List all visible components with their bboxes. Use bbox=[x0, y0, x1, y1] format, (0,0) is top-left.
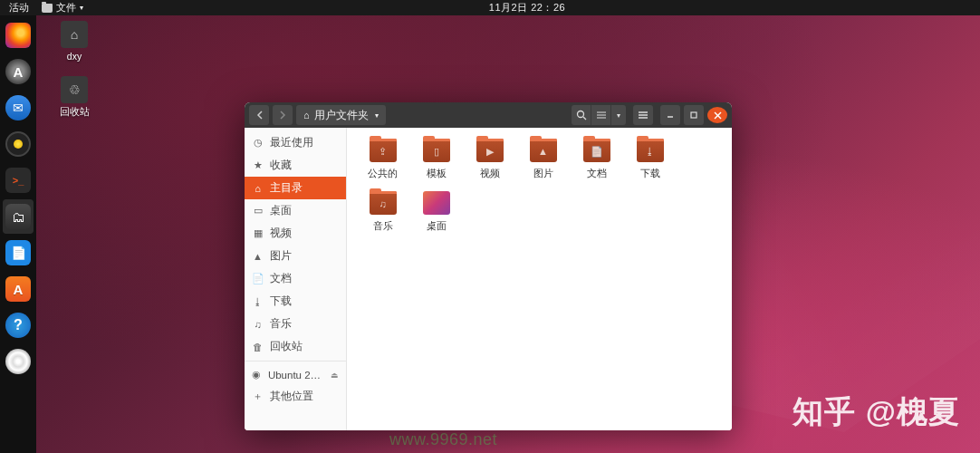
desktop-item-label: 回收站 bbox=[60, 106, 90, 119]
folder-icon: ♫ bbox=[370, 191, 397, 215]
folder-icon: ▶ bbox=[476, 139, 504, 162]
chevron-down-icon: ▾ bbox=[375, 111, 379, 120]
libreoffice-writer-icon bbox=[5, 240, 31, 265]
sidebar-item-label: 回收站 bbox=[270, 340, 303, 353]
sidebar-item-icon: ▲ bbox=[252, 251, 264, 262]
sidebar-item-icon: 📄 bbox=[252, 273, 264, 284]
watermark-credit: 知乎 @槐夏 bbox=[793, 391, 960, 433]
activities-button[interactable]: 活动 bbox=[9, 1, 29, 14]
sidebar-item-7[interactable]: ⭳下载 bbox=[245, 290, 346, 313]
sidebar: ◷最近使用★收藏⌂主目录▭桌面▦视频▲图片📄文档⭳下载♫音乐🗑回收站◉Ubunt… bbox=[245, 128, 347, 430]
titlebar[interactable]: ⌂ 用户文件夹 ▾ ▾ bbox=[245, 102, 732, 128]
dock-item-firefox[interactable] bbox=[3, 18, 34, 53]
svg-point-0 bbox=[577, 111, 583, 118]
hamburger-menu-button[interactable] bbox=[633, 105, 653, 125]
folder-item-2[interactable]: ▶视频 bbox=[465, 133, 514, 182]
clock[interactable]: 11月2日 22：26 bbox=[489, 1, 565, 14]
desktop-item-icon: ⌂ bbox=[61, 21, 88, 48]
desktop-icons: ⌂dxy♲回收站 bbox=[52, 21, 97, 119]
disc-icon bbox=[5, 349, 31, 374]
search-button[interactable] bbox=[572, 105, 591, 125]
folder-item-0[interactable]: ⇪公共的 bbox=[358, 133, 408, 182]
sidebar-item-11[interactable]: ◉Ubuntu 20.0…⏏ bbox=[245, 364, 346, 385]
sidebar-item-8[interactable]: ♫音乐 bbox=[245, 313, 346, 335]
folder-icon bbox=[42, 4, 53, 13]
sidebar-item-1[interactable]: ★收藏 bbox=[245, 154, 346, 177]
dock-item-thunderbird[interactable] bbox=[3, 91, 34, 125]
close-button[interactable] bbox=[707, 107, 727, 123]
sidebar-item-9[interactable]: 🗑回收站 bbox=[245, 335, 346, 358]
back-button[interactable] bbox=[249, 105, 269, 125]
desktop-item-icon: ♲ bbox=[61, 76, 88, 103]
sidebar-item-icon: ★ bbox=[252, 159, 264, 171]
dock-item-ubuntu-software[interactable] bbox=[3, 272, 34, 306]
dock-item-libreoffice-writer[interactable] bbox=[3, 236, 34, 270]
sidebar-item-label: 图片 bbox=[270, 249, 292, 263]
folder-label: 音乐 bbox=[373, 219, 393, 233]
folder-icon: 📄 bbox=[583, 139, 610, 162]
list-icon bbox=[596, 111, 607, 120]
eject-icon[interactable]: ⏏ bbox=[331, 371, 339, 380]
folder-item-1[interactable]: ▯模板 bbox=[411, 133, 461, 182]
search-icon bbox=[576, 110, 587, 120]
sidebar-item-icon: ♫ bbox=[252, 319, 264, 330]
sidebar-item-label: 收藏 bbox=[270, 159, 292, 172]
files-icon bbox=[5, 204, 31, 229]
folder-icon: ⇪ bbox=[370, 139, 397, 162]
sidebar-item-4[interactable]: ▦视频 bbox=[245, 222, 346, 245]
sidebar-item-3[interactable]: ▭桌面 bbox=[245, 199, 346, 222]
folder-icon: ⭳ bbox=[637, 139, 664, 162]
folder-item-6[interactable]: ♫音乐 bbox=[358, 186, 408, 235]
maximize-button[interactable] bbox=[684, 105, 704, 125]
folder-icon: ▯ bbox=[423, 139, 450, 162]
svg-line-1 bbox=[583, 117, 586, 120]
desktop-item-1[interactable]: ♲回收站 bbox=[52, 76, 97, 119]
desktop-item-label: dxy bbox=[67, 51, 82, 62]
desktop-thumb-icon bbox=[423, 191, 450, 215]
minimize-button[interactable] bbox=[660, 105, 680, 125]
dock-item-files[interactable] bbox=[3, 199, 34, 234]
view-dropdown-button[interactable]: ▾ bbox=[611, 105, 626, 125]
terminal-icon bbox=[5, 168, 31, 193]
folder-label: 下载 bbox=[640, 167, 660, 180]
dock-item-rhythmbox[interactable] bbox=[3, 127, 34, 161]
hamburger-icon bbox=[638, 111, 649, 120]
folder-item-3[interactable]: ▲图片 bbox=[518, 133, 568, 182]
desktop-item-0[interactable]: ⌂dxy bbox=[52, 21, 97, 62]
folder-item-4[interactable]: 📄文档 bbox=[572, 133, 621, 182]
sidebar-item-6[interactable]: 📄文档 bbox=[245, 267, 346, 290]
sidebar-item-icon: ▦ bbox=[252, 227, 264, 239]
path-bar[interactable]: ⌂ 用户文件夹 ▾ bbox=[296, 105, 386, 125]
dock-item-help[interactable] bbox=[3, 308, 34, 342]
folder-item-7[interactable]: 桌面 bbox=[411, 186, 461, 235]
chevron-left-icon bbox=[256, 111, 263, 120]
dock-item-terminal[interactable] bbox=[3, 163, 34, 198]
folder-label: 文档 bbox=[587, 167, 607, 180]
dock-item-software-center[interactable] bbox=[3, 54, 34, 89]
firefox-icon bbox=[5, 23, 31, 48]
sidebar-item-icon: ＋ bbox=[252, 390, 264, 403]
folder-view[interactable]: ⇪公共的▯模板▶视频▲图片📄文档⭳下载♫音乐桌面 bbox=[347, 128, 732, 430]
thunderbird-icon bbox=[5, 95, 31, 120]
watermark-url: www.9969.net bbox=[389, 430, 497, 449]
home-icon: ⌂ bbox=[303, 110, 310, 120]
sidebar-item-label: Ubuntu 20.0… bbox=[268, 370, 324, 381]
sidebar-item-label: 其他位置 bbox=[270, 390, 313, 403]
sidebar-item-2[interactable]: ⌂主目录 bbox=[245, 177, 346, 199]
sidebar-item-icon: ▭ bbox=[252, 205, 264, 217]
file-manager-window: ⌂ 用户文件夹 ▾ ▾ ◷最近使用★收藏⌂主目录▭桌面▦视频▲图片📄文档⭳ bbox=[245, 102, 732, 430]
app-menu[interactable]: 文件 ▾ bbox=[42, 1, 83, 14]
sidebar-item-12[interactable]: ＋其他位置 bbox=[245, 385, 346, 408]
sidebar-item-label: 主目录 bbox=[270, 181, 303, 195]
maximize-icon bbox=[689, 111, 698, 120]
folder-label: 图片 bbox=[533, 167, 553, 180]
sidebar-item-5[interactable]: ▲图片 bbox=[245, 245, 346, 267]
view-list-button[interactable] bbox=[591, 105, 611, 125]
folder-item-5[interactable]: ⭳下载 bbox=[625, 133, 675, 182]
sidebar-item-label: 文档 bbox=[270, 272, 292, 285]
sidebar-item-icon: ⌂ bbox=[252, 183, 264, 194]
sidebar-item-0[interactable]: ◷最近使用 bbox=[245, 131, 346, 154]
forward-button[interactable] bbox=[273, 105, 293, 125]
app-menu-label: 文件 bbox=[56, 1, 76, 14]
dock-item-disc[interactable] bbox=[3, 344, 34, 379]
